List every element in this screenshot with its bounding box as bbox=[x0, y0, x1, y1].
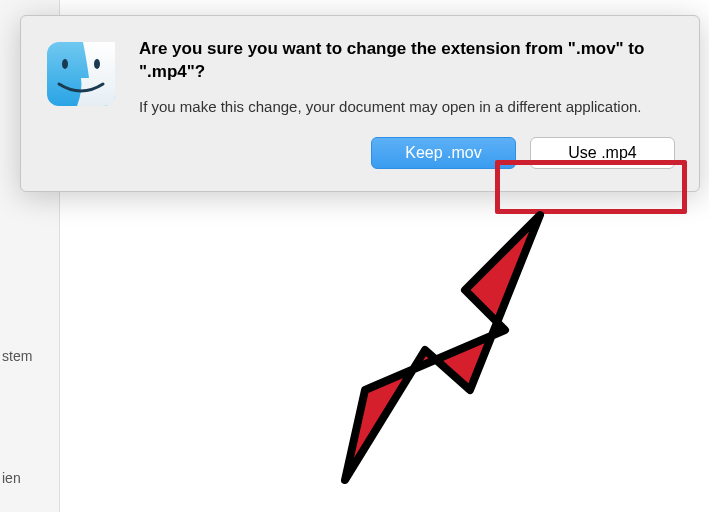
svg-point-1 bbox=[62, 59, 68, 69]
keep-button[interactable]: Keep .mov bbox=[371, 137, 516, 169]
use-button[interactable]: Use .mp4 bbox=[530, 137, 675, 169]
finder-icon bbox=[45, 38, 117, 110]
confirmation-dialog: Are you sure you want to change the exte… bbox=[20, 15, 700, 192]
arrow-annotation bbox=[250, 195, 650, 512]
sidebar-item-fragment: stem bbox=[2, 348, 32, 364]
dialog-content: Are you sure you want to change the exte… bbox=[45, 38, 675, 169]
dialog-title: Are you sure you want to change the exte… bbox=[139, 38, 675, 84]
svg-point-2 bbox=[94, 59, 100, 69]
dialog-text-area: Are you sure you want to change the exte… bbox=[139, 38, 675, 169]
sidebar-item-fragment: ien bbox=[2, 470, 21, 486]
dialog-message: If you make this change, your document m… bbox=[139, 96, 675, 117]
dialog-button-row: Keep .mov Use .mp4 bbox=[139, 137, 675, 169]
